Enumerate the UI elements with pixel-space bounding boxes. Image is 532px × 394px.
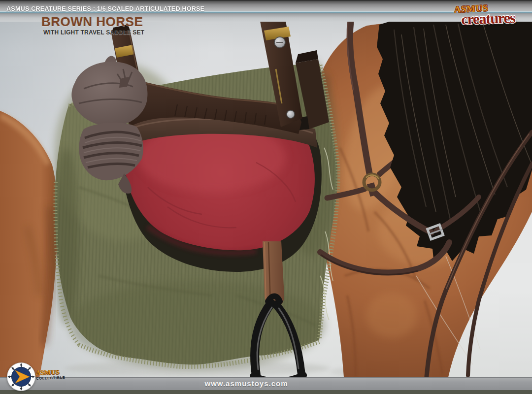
badge-brand-wordmark: ASMUS (36, 368, 66, 376)
collectible-badge-icon (6, 362, 36, 392)
saddle-red-pad (125, 121, 315, 253)
title-block: BROWN HORSE WITH LIGHT TRAVEL SADDLE SET (41, 15, 144, 35)
product-photo (0, 21, 532, 377)
badge-sub-label: COLLECTIBLE (36, 376, 65, 381)
page-title: BROWN HORSE (41, 15, 144, 28)
badge-text: ASMUS COLLECTIBLE (36, 368, 66, 381)
footer-bottom-band (0, 390, 532, 394)
website-url: www.asmustoys.com (205, 379, 288, 388)
series-line: ASMUS CREATURE SERIES : 1/6 SCALED ARTIC… (6, 5, 204, 12)
page-subtitle: WITH LIGHT TRAVEL SADDLE SET (43, 30, 144, 35)
brand-wordmark-creatures: creatures (461, 9, 515, 29)
product-card: ASMUS CREATURE SERIES : 1/6 SCALED ARTIC… (0, 0, 532, 394)
